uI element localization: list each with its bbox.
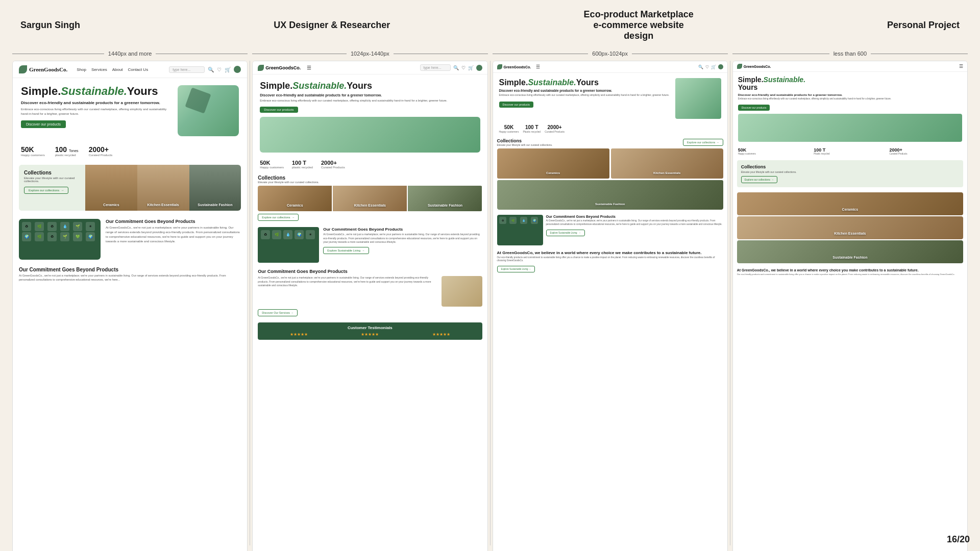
products-lbl-2: Curated Products — [321, 166, 345, 169]
search-icon-2[interactable]: 🔍 — [453, 65, 459, 70]
nav3-icons: 🔍 ♡ 🛒 — [698, 64, 723, 69]
search-icon-3[interactable]: 🔍 — [698, 65, 703, 69]
ceramics-2[interactable]: Ceramics — [258, 186, 332, 211]
eco-i3: 💧 — [283, 230, 292, 239]
commitment-1024: Our Commitment Goes Beyond Products At G… — [258, 269, 482, 316]
search-icon[interactable]: 🔍 — [208, 67, 214, 72]
eco-icon-3: ♻ — [47, 222, 57, 231]
nav-shop[interactable]: Shop — [77, 67, 86, 72]
title-simple: Simple. — [21, 85, 61, 97]
eco-i2: 🌿 — [272, 230, 281, 239]
eco-btn-label-2: Explore Sustainable Living — [327, 249, 360, 252]
cta-btn-2[interactable]: Discover our products — [260, 107, 298, 113]
prod-l-m: Curated Products — [890, 153, 962, 155]
hero-title: Simple.Sustainable.Yours — [21, 85, 173, 97]
testimonials-title: Customer Testimonials — [263, 325, 477, 330]
explore-btn-2[interactable]: Explore our collections → — [258, 214, 299, 221]
hero-title-m: Simple.Sustainable.Yours — [738, 76, 962, 92]
hero-image — [178, 85, 239, 136]
fashion-collection[interactable]: Sustainable Fashion — [189, 165, 241, 211]
hero-sub-3: Discover eco-friendly and sustainable pr… — [499, 89, 671, 92]
fashion-3[interactable]: Sustainable Fashion — [497, 180, 723, 210]
hero-desc-m: Embrace eco-conscious living effortlessl… — [738, 97, 962, 101]
cta-btn-m[interactable]: Discover our products — [738, 105, 770, 111]
eco-icon-12: 🌍 — [86, 232, 95, 241]
eco-btn-2[interactable]: Explore Sustainable Living → — [323, 247, 369, 254]
explore-collections-btn[interactable]: Explore our collections → — [24, 187, 68, 194]
fashion-2[interactable]: Sustainable Fashion — [408, 186, 482, 211]
eco-text-2: Our Commitment Goes Beyond Products At G… — [323, 227, 482, 263]
eco-btn-3[interactable]: Explore Sustainable Living → — [546, 230, 585, 236]
cta-button[interactable]: Discover our products — [21, 120, 66, 128]
title-yours-m: Yours — [738, 83, 758, 91]
ceramics-collection[interactable]: Ceramics — [85, 165, 137, 211]
bp-label-600: 600px-1024px — [493, 51, 728, 57]
explore-btn-3[interactable]: Explore our collections → — [683, 139, 723, 146]
heart-icon-3[interactable]: ♡ — [705, 65, 709, 69]
eco-icon-1: ♻ — [22, 222, 31, 231]
search-box[interactable]: type here... — [169, 66, 205, 73]
eco-i1: ♻ — [261, 230, 270, 239]
kitchen-m[interactable]: Kitchen Essentials — [737, 216, 963, 239]
bp3-line-right — [632, 54, 728, 54]
hamburger-icon-3[interactable]: ☰ — [536, 64, 540, 69]
commitment-600: At GreenGoodsCo, we believe in a world w… — [497, 251, 723, 272]
logo-1024: GreenGoodsCo. — [258, 65, 301, 71]
eco-title: Our Commitment Goes Beyond Products — [106, 219, 241, 224]
services-btn[interactable]: Discover Our Services → — [258, 309, 298, 316]
bp-text-mobile: less than 600 — [831, 51, 869, 57]
explore-btn-m[interactable]: Explore our collections → — [741, 176, 777, 183]
explore-lbl-m: Explore our collections — [745, 178, 770, 181]
ceramics-m[interactable]: Ceramics — [737, 192, 963, 215]
kitchen-collection[interactable]: Kitchen Essentials — [137, 165, 189, 211]
user-avatar[interactable] — [234, 66, 241, 73]
heart-icon-2[interactable]: ♡ — [461, 65, 465, 70]
logo-icon-3 — [497, 64, 502, 69]
nav2-icons: type here... 🔍 ♡ 🛒 — [420, 64, 482, 71]
nav-services[interactable]: Services — [91, 67, 107, 72]
cart-icon[interactable]: 🛒 — [225, 67, 231, 72]
hero-description: Embrace eco-conscious living effortlessl… — [21, 107, 173, 116]
stat-products: 2000+ Curated Products — [89, 145, 113, 157]
eco-icon-8: 🌿 — [35, 232, 44, 241]
cart-icon-3[interactable]: 🛒 — [711, 65, 716, 69]
hero-image-3 — [675, 78, 721, 119]
commitment-section: Our Commitment Goes Beyond Products At G… — [13, 264, 247, 285]
eco-arrow-2: → — [362, 249, 365, 252]
project-type: Personal Project — [887, 20, 960, 31]
avatar-3[interactable] — [718, 64, 723, 69]
collections-header-3: Collections Elevate your lifestyle with … — [497, 138, 723, 146]
hamburger-mobile[interactable]: ☰ — [959, 64, 963, 69]
commitment-text: At GreenGoodsCo., we're not just a marke… — [258, 276, 438, 307]
eco-i4: 🌍 — [295, 230, 304, 239]
heart-icon[interactable]: ♡ — [217, 67, 222, 72]
hamburger-icon[interactable]: ☰ — [307, 65, 311, 70]
author-name: Sargun Singh — [20, 20, 80, 31]
coll-title-area-3: Collections Elevate your lifestyle with … — [497, 138, 553, 146]
eco-icon-9: ♻ — [47, 232, 57, 241]
avatar-2[interactable] — [476, 65, 482, 71]
collections-stack-mobile: Ceramics Kitchen Essentials Sustainable … — [737, 192, 963, 263]
stars-row: ★★★★★ ★★★★★ ★★★★★ — [263, 332, 477, 337]
commitment-title-m: At GreenGoodsCo., we believe in a world … — [737, 268, 963, 272]
customers-label: Happy customers — [21, 154, 45, 157]
fashion-m[interactable]: Sustainable Fashion — [737, 240, 963, 263]
nav-about[interactable]: About — [112, 67, 123, 72]
cta-btn-3[interactable]: Discover our products — [499, 102, 534, 108]
hero-image-2 — [260, 117, 480, 153]
brand-name-2: GreenGoodsCo. — [265, 65, 301, 70]
kitchen-2[interactable]: Kitchen Essentials — [333, 186, 407, 211]
kitchen-3[interactable]: Kitchen Essentials — [611, 148, 723, 179]
ceramics-3[interactable]: Ceramics — [497, 148, 609, 179]
nav-contact[interactable]: Contact Us — [128, 67, 149, 72]
cart-icon-2[interactable]: 🛒 — [468, 65, 474, 70]
bp-line-left — [12, 54, 104, 54]
collections-600: Collections Elevate your lifestyle with … — [497, 138, 723, 210]
navbar-1024: GreenGoodsCo. ☰ type here... 🔍 ♡ 🛒 — [253, 61, 487, 74]
explore-btn-sustainable-3[interactable]: Explore Sustainable Living → — [497, 266, 535, 272]
eco-icon-2: 🌿 — [35, 222, 44, 231]
fashion-lbl-3: Sustainable Fashion — [595, 203, 625, 206]
coll-title-3: Collections — [497, 138, 553, 143]
search-box-2[interactable]: type here... — [420, 64, 451, 71]
hero-sub-2: Discover eco-friendly and sustainable pr… — [260, 93, 480, 97]
